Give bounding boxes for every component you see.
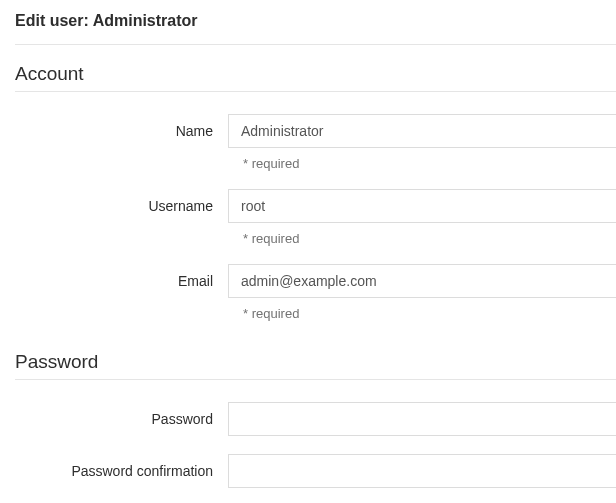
label-name: Name <box>15 123 228 139</box>
help-row-name: * required <box>15 152 616 171</box>
name-field[interactable] <box>228 114 616 148</box>
label-username: Username <box>15 198 228 214</box>
section-heading-password: Password <box>15 351 616 380</box>
help-row-username: * required <box>15 227 616 246</box>
help-text-name: * required <box>228 152 616 171</box>
help-text-email: * required <box>228 302 616 321</box>
password-confirmation-field[interactable] <box>228 454 616 488</box>
username-field[interactable] <box>228 189 616 223</box>
label-password-confirmation: Password confirmation <box>15 463 228 479</box>
form-row-password-confirmation: Password confirmation <box>15 454 616 488</box>
label-email: Email <box>15 273 228 289</box>
form-row-name: Name <box>15 114 616 148</box>
help-row-email: * required <box>15 302 616 321</box>
password-field[interactable] <box>228 402 616 436</box>
page-title: Edit user: Administrator <box>15 12 616 45</box>
form-row-username: Username <box>15 189 616 223</box>
email-field[interactable] <box>228 264 616 298</box>
help-text-username: * required <box>228 227 616 246</box>
form-row-email: Email <box>15 264 616 298</box>
section-heading-account: Account <box>15 63 616 92</box>
form-row-password: Password <box>15 402 616 436</box>
label-password: Password <box>15 411 228 427</box>
